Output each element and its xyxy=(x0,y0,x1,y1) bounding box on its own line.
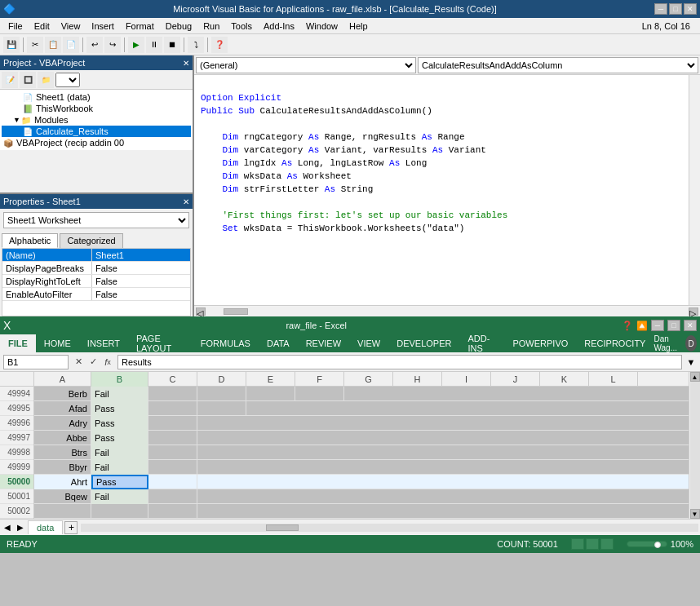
tab-developer[interactable]: DEVELOPER xyxy=(388,334,459,352)
cell-49994-e[interactable] xyxy=(246,387,295,401)
zoom-thumb[interactable] xyxy=(654,542,661,548)
vba-restore-btn[interactable]: □ xyxy=(669,3,682,15)
cell-49995-a[interactable]: Afad xyxy=(34,401,91,416)
toolbar-save-btn[interactable]: 💾 xyxy=(3,37,20,53)
code-hscrollbar[interactable]: ◁ ▷ xyxy=(194,305,700,316)
formula-expand-btn[interactable]: ▼ xyxy=(685,357,697,367)
vscroll-down-btn[interactable]: ▼ xyxy=(690,509,700,519)
proj-view-obj-btn[interactable]: 🔲 xyxy=(20,72,36,88)
code-editor[interactable]: Option Explicit Public Sub CalculateResu… xyxy=(194,75,689,305)
excel-help-icon[interactable]: ❓ xyxy=(622,321,633,331)
toolbar-help-btn[interactable]: ❓ xyxy=(211,37,228,53)
tab-page-layout[interactable]: PAGE LAYOUT xyxy=(128,334,193,352)
hscroll-right-btn[interactable]: ▷ xyxy=(689,307,698,316)
cell-49994-c[interactable] xyxy=(148,387,197,401)
zoom-slider[interactable] xyxy=(627,541,667,547)
page-break-view-btn[interactable] xyxy=(600,538,614,550)
cell-50001-b[interactable]: Fail xyxy=(91,489,148,504)
tree-item-thisworkbook[interactable]: 📗 ThisWorkbook xyxy=(2,103,191,114)
tab-formulas[interactable]: FORMULAS xyxy=(193,334,259,352)
cell-49999-a[interactable]: Bbyr xyxy=(34,460,91,475)
toolbar-pause-btn[interactable]: ⏸ xyxy=(146,37,162,53)
excel-close-btn[interactable]: ✕ xyxy=(684,320,697,331)
tree-item-vbaproject[interactable]: 📦 VBAProject (recip addin 00 xyxy=(2,137,191,148)
cell-49998-b[interactable]: Fail xyxy=(91,445,148,460)
cell-49994-a[interactable]: Berb xyxy=(34,387,91,401)
sheet-tab-data[interactable]: data xyxy=(28,520,63,534)
excel-restore-ribbon-btn[interactable]: 🔼 xyxy=(636,321,648,331)
proj-view-code-btn[interactable]: 📝 xyxy=(2,72,18,88)
tree-item-modules[interactable]: ▼ 📁 Modules xyxy=(2,114,191,126)
toolbar-cut-btn[interactable]: ✂ xyxy=(27,37,43,53)
cell-49997-b[interactable]: Pass xyxy=(91,431,148,445)
cell-50001-c[interactable] xyxy=(148,489,197,504)
cell-50002-c[interactable] xyxy=(148,504,197,519)
hscroll-left-btn[interactable]: ◁ xyxy=(196,307,206,316)
cell-49999-c[interactable] xyxy=(148,460,197,475)
cell-50002-b[interactable] xyxy=(91,504,148,519)
cell-49998-c[interactable] xyxy=(148,445,197,460)
toolbar-undo-btn[interactable]: ↩ xyxy=(86,37,103,53)
cell-49997-c[interactable] xyxy=(148,431,197,445)
formula-cancel-btn[interactable]: ✕ xyxy=(72,356,85,369)
menu-format[interactable]: Format xyxy=(121,20,159,32)
menu-insert[interactable]: Insert xyxy=(86,20,119,32)
excel-minimize-btn[interactable]: ─ xyxy=(651,320,664,331)
hscroll-thumb[interactable] xyxy=(224,308,248,315)
toolbar-paste-btn[interactable]: 📄 xyxy=(63,37,79,53)
vscroll-up-btn[interactable]: ▲ xyxy=(690,372,700,382)
menu-run[interactable]: Run xyxy=(198,20,224,32)
tab-file[interactable]: FILE xyxy=(0,334,36,352)
toolbar-step-btn[interactable]: ⤵ xyxy=(188,37,204,53)
formula-accept-btn[interactable]: ✓ xyxy=(86,356,100,369)
hscroll-thumb[interactable] xyxy=(266,524,299,531)
tab-home[interactable]: HOME xyxy=(36,334,79,352)
vba-close-btn[interactable]: ✕ xyxy=(684,3,697,15)
toolbar-run-btn[interactable]: ▶ xyxy=(128,37,144,53)
menu-view[interactable]: View xyxy=(56,20,86,32)
cell-50000-c[interactable] xyxy=(148,475,197,489)
props-row-name[interactable]: (Name) Sheet1 xyxy=(2,249,190,262)
tab-addins[interactable]: ADD-INS xyxy=(459,334,504,352)
menu-edit[interactable]: Edit xyxy=(29,20,55,32)
cell-49994-b[interactable]: Fail xyxy=(91,387,148,401)
cell-49995-b[interactable]: Pass xyxy=(91,401,148,416)
add-sheet-btn[interactable]: + xyxy=(64,521,78,534)
cell-49995-c[interactable] xyxy=(148,401,197,416)
cell-50000-b[interactable]: Pass xyxy=(91,475,148,489)
tab-review[interactable]: REVIEW xyxy=(298,334,349,352)
properties-object-dropdown[interactable]: Sheet1 Worksheet xyxy=(3,212,189,228)
cell-50002-a[interactable] xyxy=(34,504,91,519)
normal-view-btn[interactable] xyxy=(571,538,584,550)
tab-powerpivot[interactable]: POWERPIVO xyxy=(504,334,576,352)
tab-data[interactable]: DATA xyxy=(259,334,298,352)
menu-file[interactable]: File xyxy=(3,20,28,32)
cell-49998-a[interactable]: Btrs xyxy=(34,445,91,460)
tab-categorized[interactable]: Categorized xyxy=(60,233,122,248)
formula-input[interactable]: Results xyxy=(117,355,682,369)
toolbar-redo-btn[interactable]: ↪ xyxy=(104,37,121,53)
cell-49994-d[interactable] xyxy=(197,387,246,401)
code-object-dropdown[interactable]: (General) xyxy=(196,57,416,73)
toolbar-stop-btn[interactable]: ⏹ xyxy=(164,37,180,53)
properties-close-btn[interactable]: ✕ xyxy=(183,197,189,206)
cell-49996-a[interactable]: Adry xyxy=(34,416,91,431)
excel-vscrollbar[interactable]: ▲ ▼ xyxy=(689,372,700,519)
props-row-displaypagebreaks[interactable]: DisplayPageBreaks False xyxy=(2,262,190,275)
vba-minimize-btn[interactable]: ─ xyxy=(654,3,667,15)
tree-item-calculate-results[interactable]: 📄 Calculate_Results xyxy=(2,126,191,137)
cell-49996-c[interactable] xyxy=(148,416,197,431)
cell-reference-box[interactable]: B1 xyxy=(3,355,69,369)
sheet-scroll-left-btn[interactable]: ◀ xyxy=(2,523,13,532)
cell-49996-b[interactable]: Pass xyxy=(91,416,148,431)
menu-addins[interactable]: Add-Ins xyxy=(259,20,299,32)
props-row-displayrighttoleft[interactable]: DisplayRightToLeft False xyxy=(2,275,190,288)
cell-49997-a[interactable]: Abbe xyxy=(34,431,91,445)
tree-item-sheet1[interactable]: 📄 Sheet1 (data) xyxy=(2,91,191,103)
tab-view[interactable]: VIEW xyxy=(349,334,388,352)
cell-49994-f[interactable] xyxy=(295,387,344,401)
tab-insert[interactable]: INSERT xyxy=(79,334,128,352)
tab-alphabetic[interactable]: Alphabetic xyxy=(2,233,58,248)
cell-50000-a[interactable]: Ahrt xyxy=(34,475,91,489)
proj-sort-dropdown[interactable] xyxy=(55,73,80,87)
